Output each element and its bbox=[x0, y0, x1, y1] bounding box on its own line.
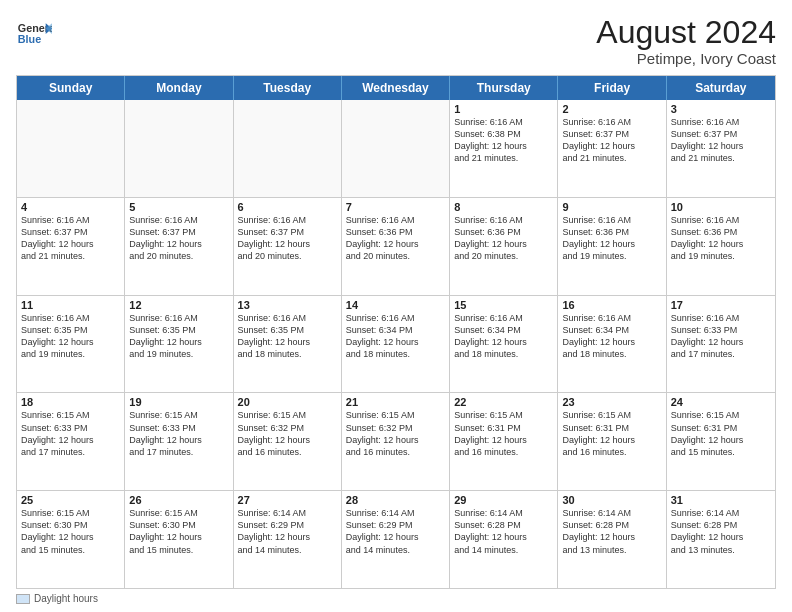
header-thursday: Thursday bbox=[450, 76, 558, 100]
week-row-5: 25Sunrise: 6:15 AM Sunset: 6:30 PM Dayli… bbox=[17, 490, 775, 588]
footer: Daylight hours bbox=[16, 593, 776, 604]
day-number: 27 bbox=[238, 494, 337, 506]
header-tuesday: Tuesday bbox=[234, 76, 342, 100]
day-number: 20 bbox=[238, 396, 337, 408]
calendar-cell: 27Sunrise: 6:14 AM Sunset: 6:29 PM Dayli… bbox=[234, 491, 342, 588]
calendar-cell: 5Sunrise: 6:16 AM Sunset: 6:37 PM Daylig… bbox=[125, 198, 233, 295]
calendar-cell: 8Sunrise: 6:16 AM Sunset: 6:36 PM Daylig… bbox=[450, 198, 558, 295]
calendar-cell: 16Sunrise: 6:16 AM Sunset: 6:34 PM Dayli… bbox=[558, 296, 666, 393]
day-info: Sunrise: 6:15 AM Sunset: 6:30 PM Dayligh… bbox=[21, 507, 120, 556]
calendar-cell bbox=[125, 100, 233, 197]
day-number: 31 bbox=[671, 494, 771, 506]
calendar-cell: 14Sunrise: 6:16 AM Sunset: 6:34 PM Dayli… bbox=[342, 296, 450, 393]
header-wednesday: Wednesday bbox=[342, 76, 450, 100]
calendar-cell: 4Sunrise: 6:16 AM Sunset: 6:37 PM Daylig… bbox=[17, 198, 125, 295]
calendar-cell: 10Sunrise: 6:16 AM Sunset: 6:36 PM Dayli… bbox=[667, 198, 775, 295]
day-info: Sunrise: 6:16 AM Sunset: 6:38 PM Dayligh… bbox=[454, 116, 553, 165]
day-number: 30 bbox=[562, 494, 661, 506]
day-number: 8 bbox=[454, 201, 553, 213]
title-block: August 2024 Petimpe, Ivory Coast bbox=[596, 16, 776, 67]
calendar-cell: 24Sunrise: 6:15 AM Sunset: 6:31 PM Dayli… bbox=[667, 393, 775, 490]
calendar-cell: 13Sunrise: 6:16 AM Sunset: 6:35 PM Dayli… bbox=[234, 296, 342, 393]
calendar-cell: 18Sunrise: 6:15 AM Sunset: 6:33 PM Dayli… bbox=[17, 393, 125, 490]
calendar-cell: 20Sunrise: 6:15 AM Sunset: 6:32 PM Dayli… bbox=[234, 393, 342, 490]
day-info: Sunrise: 6:16 AM Sunset: 6:34 PM Dayligh… bbox=[346, 312, 445, 361]
calendar-cell: 21Sunrise: 6:15 AM Sunset: 6:32 PM Dayli… bbox=[342, 393, 450, 490]
day-number: 29 bbox=[454, 494, 553, 506]
day-number: 12 bbox=[129, 299, 228, 311]
day-number: 25 bbox=[21, 494, 120, 506]
week-row-3: 11Sunrise: 6:16 AM Sunset: 6:35 PM Dayli… bbox=[17, 295, 775, 393]
calendar-cell bbox=[17, 100, 125, 197]
month-year: August 2024 bbox=[596, 16, 776, 48]
day-number: 5 bbox=[129, 201, 228, 213]
day-info: Sunrise: 6:16 AM Sunset: 6:36 PM Dayligh… bbox=[671, 214, 771, 263]
day-info: Sunrise: 6:16 AM Sunset: 6:37 PM Dayligh… bbox=[21, 214, 120, 263]
calendar-cell: 31Sunrise: 6:14 AM Sunset: 6:28 PM Dayli… bbox=[667, 491, 775, 588]
calendar-cell: 15Sunrise: 6:16 AM Sunset: 6:34 PM Dayli… bbox=[450, 296, 558, 393]
day-info: Sunrise: 6:15 AM Sunset: 6:31 PM Dayligh… bbox=[671, 409, 771, 458]
day-number: 24 bbox=[671, 396, 771, 408]
day-info: Sunrise: 6:16 AM Sunset: 6:36 PM Dayligh… bbox=[562, 214, 661, 263]
day-number: 23 bbox=[562, 396, 661, 408]
day-number: 4 bbox=[21, 201, 120, 213]
location: Petimpe, Ivory Coast bbox=[596, 50, 776, 67]
calendar-cell: 3Sunrise: 6:16 AM Sunset: 6:37 PM Daylig… bbox=[667, 100, 775, 197]
calendar-header: Sunday Monday Tuesday Wednesday Thursday… bbox=[17, 76, 775, 100]
day-info: Sunrise: 6:16 AM Sunset: 6:35 PM Dayligh… bbox=[21, 312, 120, 361]
day-number: 15 bbox=[454, 299, 553, 311]
calendar-cell: 7Sunrise: 6:16 AM Sunset: 6:36 PM Daylig… bbox=[342, 198, 450, 295]
day-number: 17 bbox=[671, 299, 771, 311]
header-saturday: Saturday bbox=[667, 76, 775, 100]
day-info: Sunrise: 6:15 AM Sunset: 6:30 PM Dayligh… bbox=[129, 507, 228, 556]
calendar-cell: 26Sunrise: 6:15 AM Sunset: 6:30 PM Dayli… bbox=[125, 491, 233, 588]
daylight-label: Daylight hours bbox=[34, 593, 98, 604]
week-row-1: 1Sunrise: 6:16 AM Sunset: 6:38 PM Daylig… bbox=[17, 100, 775, 197]
calendar-cell: 29Sunrise: 6:14 AM Sunset: 6:28 PM Dayli… bbox=[450, 491, 558, 588]
day-info: Sunrise: 6:15 AM Sunset: 6:31 PM Dayligh… bbox=[454, 409, 553, 458]
week-row-4: 18Sunrise: 6:15 AM Sunset: 6:33 PM Dayli… bbox=[17, 392, 775, 490]
day-number: 6 bbox=[238, 201, 337, 213]
day-number: 16 bbox=[562, 299, 661, 311]
day-info: Sunrise: 6:14 AM Sunset: 6:29 PM Dayligh… bbox=[238, 507, 337, 556]
svg-text:Blue: Blue bbox=[18, 33, 41, 45]
day-number: 11 bbox=[21, 299, 120, 311]
header-monday: Monday bbox=[125, 76, 233, 100]
generalblue-logo-icon: General Blue bbox=[16, 16, 52, 52]
calendar-cell: 28Sunrise: 6:14 AM Sunset: 6:29 PM Dayli… bbox=[342, 491, 450, 588]
day-info: Sunrise: 6:16 AM Sunset: 6:36 PM Dayligh… bbox=[346, 214, 445, 263]
calendar-cell: 19Sunrise: 6:15 AM Sunset: 6:33 PM Dayli… bbox=[125, 393, 233, 490]
day-number: 1 bbox=[454, 103, 553, 115]
day-info: Sunrise: 6:15 AM Sunset: 6:33 PM Dayligh… bbox=[21, 409, 120, 458]
header-friday: Friday bbox=[558, 76, 666, 100]
calendar-cell bbox=[342, 100, 450, 197]
day-info: Sunrise: 6:16 AM Sunset: 6:37 PM Dayligh… bbox=[238, 214, 337, 263]
calendar-cell: 25Sunrise: 6:15 AM Sunset: 6:30 PM Dayli… bbox=[17, 491, 125, 588]
calendar-cell: 17Sunrise: 6:16 AM Sunset: 6:33 PM Dayli… bbox=[667, 296, 775, 393]
day-number: 9 bbox=[562, 201, 661, 213]
day-number: 22 bbox=[454, 396, 553, 408]
day-number: 13 bbox=[238, 299, 337, 311]
day-number: 26 bbox=[129, 494, 228, 506]
day-info: Sunrise: 6:15 AM Sunset: 6:31 PM Dayligh… bbox=[562, 409, 661, 458]
header-sunday: Sunday bbox=[17, 76, 125, 100]
day-number: 7 bbox=[346, 201, 445, 213]
day-info: Sunrise: 6:15 AM Sunset: 6:32 PM Dayligh… bbox=[238, 409, 337, 458]
day-info: Sunrise: 6:16 AM Sunset: 6:34 PM Dayligh… bbox=[562, 312, 661, 361]
day-info: Sunrise: 6:16 AM Sunset: 6:33 PM Dayligh… bbox=[671, 312, 771, 361]
day-info: Sunrise: 6:14 AM Sunset: 6:28 PM Dayligh… bbox=[454, 507, 553, 556]
day-info: Sunrise: 6:15 AM Sunset: 6:33 PM Dayligh… bbox=[129, 409, 228, 458]
daylight-legend-box bbox=[16, 594, 30, 604]
day-info: Sunrise: 6:14 AM Sunset: 6:29 PM Dayligh… bbox=[346, 507, 445, 556]
day-info: Sunrise: 6:16 AM Sunset: 6:35 PM Dayligh… bbox=[129, 312, 228, 361]
page: General Blue August 2024 Petimpe, Ivory … bbox=[0, 0, 792, 612]
day-info: Sunrise: 6:16 AM Sunset: 6:37 PM Dayligh… bbox=[671, 116, 771, 165]
day-info: Sunrise: 6:16 AM Sunset: 6:35 PM Dayligh… bbox=[238, 312, 337, 361]
day-info: Sunrise: 6:15 AM Sunset: 6:32 PM Dayligh… bbox=[346, 409, 445, 458]
calendar-cell: 12Sunrise: 6:16 AM Sunset: 6:35 PM Dayli… bbox=[125, 296, 233, 393]
day-number: 21 bbox=[346, 396, 445, 408]
day-info: Sunrise: 6:14 AM Sunset: 6:28 PM Dayligh… bbox=[671, 507, 771, 556]
header: General Blue August 2024 Petimpe, Ivory … bbox=[16, 16, 776, 67]
calendar-cell: 9Sunrise: 6:16 AM Sunset: 6:36 PM Daylig… bbox=[558, 198, 666, 295]
day-info: Sunrise: 6:16 AM Sunset: 6:34 PM Dayligh… bbox=[454, 312, 553, 361]
